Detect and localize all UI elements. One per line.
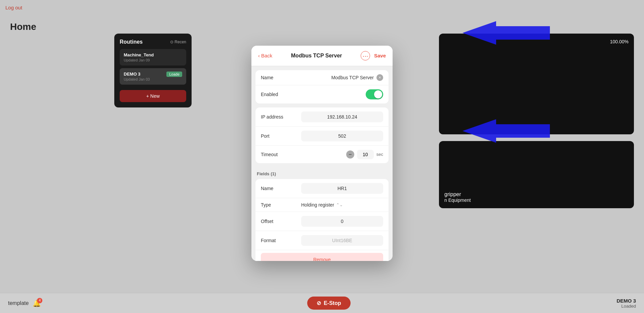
fields-header: Fields (1) (251, 167, 393, 179)
save-button[interactable]: Save (374, 53, 386, 58)
port-input[interactable] (301, 131, 383, 141)
basic-settings-section: Name Modbus TCP Server × Enabled (255, 70, 389, 103)
demo-name: DEMO 3 (616, 298, 636, 304)
template-label: template (8, 300, 29, 306)
ip-address-label: IP address (261, 114, 301, 120)
notification-badge: 4 (37, 298, 42, 303)
new-routine-button[interactable]: + New (120, 90, 186, 102)
field-offset-row: Offset (255, 212, 389, 231)
ellipsis-icon: ··· (363, 52, 368, 59)
field-format-input[interactable] (301, 235, 383, 246)
fields-section: Name Type Holding register ⌃⌄ Offset For… (255, 179, 389, 261)
routine-date: Updated Jan 03 (124, 77, 182, 81)
estop-label: E-Stop (324, 300, 341, 306)
demo-loaded-label: Loaded (616, 304, 636, 309)
field-name-row: Name (255, 179, 389, 198)
home-title: Home (10, 21, 634, 32)
timeout-decrease-button[interactable]: − (346, 150, 354, 159)
routines-title: Routines (120, 39, 143, 45)
field-name-input[interactable] (301, 183, 383, 194)
timeout-value: 10 (357, 150, 374, 159)
notifications-button[interactable]: 🔔 4 (33, 299, 41, 307)
field-type-value[interactable]: Holding register ⌃⌄ (301, 202, 343, 208)
ip-address-row: IP address (255, 107, 389, 127)
routine-item-demo3[interactable]: Loade DEMO 3 Updated Jan 03 (120, 68, 186, 85)
bottom-bar: template 🔔 4 ⊘ E-Stop DEMO 3 Loaded (0, 293, 644, 313)
modal-actions: ··· Save (361, 51, 386, 60)
stop-icon: ⊘ (317, 300, 321, 306)
field-type-label: Type (261, 202, 301, 208)
estop-button[interactable]: ⊘ E-Stop (307, 297, 351, 310)
name-label: Name (261, 75, 301, 80)
logout-button[interactable]: Log out (5, 5, 22, 10)
back-label: Back (261, 53, 272, 58)
field-name-label: Name (261, 186, 301, 191)
modal-body: Name Modbus TCP Server × Enabled (251, 66, 393, 261)
recent-button[interactable]: ⊙ Recen (170, 40, 186, 44)
timeout-label: Timeout (261, 152, 301, 157)
enabled-label: Enabled (261, 92, 301, 97)
field-offset-label: Offset (261, 219, 301, 224)
field-type-text: Holding register (301, 202, 334, 208)
remove-field-button[interactable]: Remove (261, 253, 383, 261)
back-button[interactable]: ‹ Back (258, 53, 272, 58)
timeout-unit: sec (376, 152, 383, 157)
port-label: Port (261, 133, 301, 139)
template-section: template 🔔 4 (8, 299, 41, 307)
field-type-row: Type Holding register ⌃⌄ (255, 198, 389, 212)
toggle-knob (374, 90, 382, 98)
demo-status: DEMO 3 Loaded (616, 298, 636, 309)
close-icon: × (378, 75, 381, 80)
toggle-wrapper (301, 89, 383, 99)
equipment-text: n Equipment (444, 197, 471, 203)
field-offset-input[interactable] (301, 216, 383, 227)
routine-date: Updated Jan 09 (124, 58, 182, 62)
routines-panel: Routines ⊙ Recen Machine_Tend Updated Ja… (114, 34, 192, 107)
enabled-row: Enabled (255, 85, 389, 103)
top-bar: Log out (0, 0, 644, 15)
panel-percent: 100.00% (610, 39, 629, 44)
chevron-left-icon: ‹ (258, 53, 260, 58)
clear-name-button[interactable]: × (376, 74, 383, 81)
modal-header: ‹ Back Modbus TCP Server ··· Save (251, 46, 393, 66)
modal-title: Modbus TCP Server (291, 53, 342, 59)
chevron-up-down-icon: ⌃⌄ (336, 203, 343, 207)
more-options-button[interactable]: ··· (361, 51, 370, 60)
right-panel-bottom: gripper n Equipment (439, 141, 634, 208)
connection-settings-section: IP address Port Timeout − 10 sec (255, 107, 389, 163)
ip-address-input[interactable] (301, 111, 383, 122)
name-value: Modbus TCP Server (301, 75, 374, 80)
modbus-modal: ‹ Back Modbus TCP Server ··· Save Name M… (251, 46, 393, 261)
name-input-wrapper: Modbus TCP Server × (301, 74, 383, 81)
timeout-controls: − 10 sec (301, 150, 383, 159)
minus-icon: − (349, 151, 352, 158)
name-row: Name Modbus TCP Server × (255, 70, 389, 85)
routine-item-machine-tend[interactable]: Machine_Tend Updated Jan 09 (120, 49, 186, 65)
field-format-label: Format (261, 238, 301, 243)
gripper-text: gripper (444, 191, 471, 197)
right-panel-top: 100.00% (439, 34, 634, 134)
field-format-row: Format (255, 231, 389, 250)
timeout-row: Timeout − 10 sec (255, 146, 389, 163)
remove-button-wrapper: Remove (255, 250, 389, 261)
enabled-toggle[interactable] (366, 89, 383, 99)
loaded-badge: Loade (166, 72, 182, 77)
port-row: Port (255, 127, 389, 146)
routine-name: Machine_Tend (124, 52, 182, 57)
